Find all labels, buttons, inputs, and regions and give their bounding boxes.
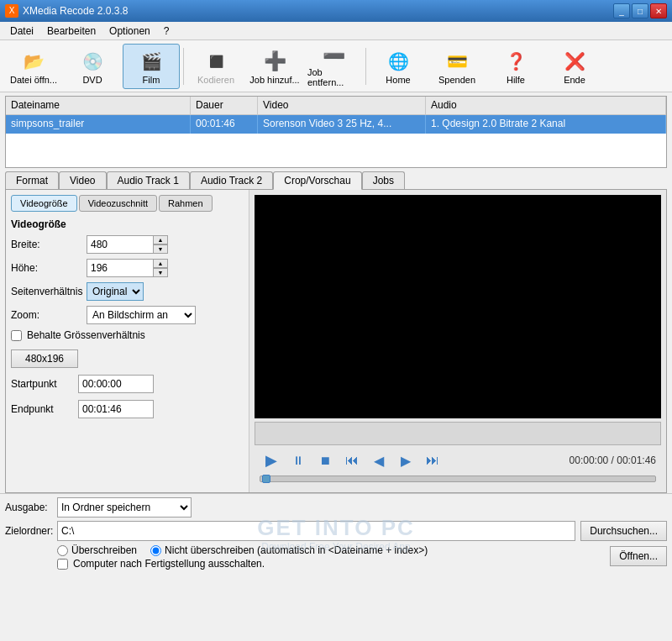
hohe-label: Höhe: xyxy=(11,262,87,274)
tab-audio-track-2[interactable]: Audio Track 2 xyxy=(190,171,273,189)
file-list: Dateiname Dauer Video Audio simpsons_tra… xyxy=(5,96,667,168)
toolbar-film[interactable]: 🎬 Film xyxy=(123,44,180,89)
pause-button[interactable]: ⏸ xyxy=(286,449,310,472)
breite-spin-down[interactable]: ▼ xyxy=(153,244,168,254)
col-dauer: Dauer xyxy=(191,97,258,114)
toolbar-spenden-label: Spenden xyxy=(438,75,475,85)
toolbar-datei-offn[interactable]: 📂 Datei öffn... xyxy=(5,44,62,89)
toolbar-datei-offn-label: Datei öffn... xyxy=(10,75,57,85)
startpunkt-input[interactable] xyxy=(78,375,154,393)
sub-tab-videozuschnitt[interactable]: Videozuschnitt xyxy=(79,195,157,212)
title-bar: X XMedia Recode 2.0.3.8 _ □ ✕ xyxy=(0,0,672,22)
toolbar-kodieren-label: Kodieren xyxy=(197,75,234,85)
toolbar-kodieren[interactable]: ⬛ Kodieren xyxy=(187,44,244,89)
durchsuchen-button[interactable]: Durchsuchen... xyxy=(580,521,667,541)
toolbar-job-entfern[interactable]: ➖ Job entfern... xyxy=(305,44,362,89)
col-audio: Audio xyxy=(426,97,666,114)
toolbar-sep-2 xyxy=(365,48,366,85)
table-row[interactable]: simpsons_trailer 00:01:46 Sorenson Video… xyxy=(6,115,666,134)
endpunkt-input[interactable] xyxy=(78,400,154,418)
toolbar-hilfe[interactable]: ❓ Hilfe xyxy=(487,44,544,89)
toolbar-job-hinzuf[interactable]: ➕ Job hinzuf... xyxy=(246,44,303,89)
toolbar-ende[interactable]: ❌ Ende xyxy=(546,44,603,89)
menu-optionen[interactable]: Optionen xyxy=(102,24,157,39)
toolbar-spenden[interactable]: 💳 Spenden xyxy=(428,44,486,89)
computer-ausschalten-checkbox[interactable] xyxy=(57,559,68,570)
seitenverh-select[interactable]: Original 4:3 16:9 xyxy=(87,282,144,301)
size-button[interactable]: 480x196 xyxy=(11,349,78,368)
cell-filename: simpsons_trailer xyxy=(6,115,191,134)
hohe-spin-up[interactable]: ▲ xyxy=(153,259,168,268)
video-preview xyxy=(255,195,661,418)
stop-button[interactable]: ⏹ xyxy=(313,449,337,472)
toolbar-hilfe-label: Hilfe xyxy=(507,75,525,85)
size-btn-container: 480x196 xyxy=(11,346,244,368)
dvd-icon: 💿 xyxy=(79,48,106,75)
tab-jobs[interactable]: Jobs xyxy=(362,171,405,189)
remove-job-icon: ➖ xyxy=(320,45,347,67)
breite-row: Breite: ▲ ▼ xyxy=(11,235,244,254)
breite-label: Breite: xyxy=(11,239,87,250)
seitenverh-label: Seitenverhältnis xyxy=(11,286,87,297)
sub-tab-bar: Videogröße Videozuschnitt Rahmen xyxy=(11,195,244,212)
tab-video[interactable]: Video xyxy=(59,171,106,189)
hohe-row: Höhe: ▲ ▼ xyxy=(11,259,244,277)
zielordner-input[interactable] xyxy=(57,521,575,541)
cell-duration: 00:01:46 xyxy=(191,115,258,134)
radio-nicht-uberschreiben-label: Nicht überschreiben (automatisch in <Dat… xyxy=(150,544,428,556)
frame-forward-button[interactable]: ▶ xyxy=(394,449,417,472)
tab-bar: Format Video Audio Track 1 Audio Track 2… xyxy=(5,171,667,189)
radio-uberschreiben[interactable] xyxy=(57,545,68,556)
radio-nicht-uberschreiben[interactable] xyxy=(150,545,161,556)
window-title: XMedia Recode 2.0.3.8 xyxy=(23,5,128,17)
behalte-row: Behalte Grössenverhältnis xyxy=(11,329,244,341)
progress-bar[interactable] xyxy=(260,475,656,482)
progress-bar-container xyxy=(255,475,661,487)
home-icon: 🌐 xyxy=(385,48,412,75)
zielordner-row: Zielordner: Durchsuchen... xyxy=(5,521,667,541)
menu-bar: Datei Bearbeiten Optionen ? xyxy=(0,22,672,40)
zoom-select[interactable]: An Bildschirm an 100% 75% xyxy=(87,306,196,324)
menu-bearbeiten[interactable]: Bearbeiten xyxy=(40,24,102,39)
cell-video: Sorenson Video 3 25 Hz, 4... xyxy=(258,115,426,134)
sub-tab-videogrosse[interactable]: Videogröße xyxy=(11,195,77,212)
behalte-checkbox[interactable] xyxy=(11,330,22,341)
group-label-videogrosse: Videogröße xyxy=(11,218,244,230)
controls-panel: Videogröße Videozuschnitt Rahmen Videogr… xyxy=(6,190,249,492)
film-icon: 🎬 xyxy=(138,48,165,75)
toolbar-home-label: Home xyxy=(386,75,410,85)
maximize-button[interactable]: □ xyxy=(632,3,648,18)
behalte-label: Behalte Grössenverhältnis xyxy=(27,329,145,341)
sub-tab-rahmen[interactable]: Rahmen xyxy=(159,195,213,212)
forward-to-end-button[interactable]: ⏭ xyxy=(421,449,444,472)
toolbar-film-label: Film xyxy=(143,75,160,85)
toolbar-ende-label: Ende xyxy=(564,75,585,85)
progress-thumb[interactable] xyxy=(262,475,270,483)
ausgabe-select[interactable]: In Ordner speichern Gleicher Ordner xyxy=(57,497,192,518)
rewind-to-start-button[interactable]: ⏮ xyxy=(340,449,364,472)
computer-ausschalten-label: Computer nach Fertigstellung ausschalten… xyxy=(73,558,265,570)
preview-bottom-bar xyxy=(255,422,661,445)
app-icon: X xyxy=(5,4,18,18)
tab-audio-track-1[interactable]: Audio Track 1 xyxy=(107,171,190,189)
frame-back-button[interactable]: ◀ xyxy=(367,449,391,472)
play-button[interactable]: ▶ xyxy=(260,449,283,472)
menu-help[interactable]: ? xyxy=(157,24,176,39)
tab-crop-vorschau[interactable]: Crop/Vorschau xyxy=(273,171,361,190)
kodieren-icon: ⬛ xyxy=(202,48,229,75)
menu-datei[interactable]: Datei xyxy=(3,24,40,39)
open-file-icon: 📂 xyxy=(20,48,47,75)
tab-format[interactable]: Format xyxy=(5,171,59,189)
toolbar-home[interactable]: 🌐 Home xyxy=(370,44,427,89)
hohe-input[interactable] xyxy=(87,259,154,277)
offnen-button[interactable]: Öffnen... xyxy=(610,546,667,566)
hohe-spin-down[interactable]: ▼ xyxy=(153,268,168,277)
breite-input[interactable] xyxy=(87,235,154,254)
toolbar-dvd[interactable]: 💿 DVD xyxy=(64,44,121,89)
ausgabe-row: Ausgabe: In Ordner speichern Gleicher Or… xyxy=(5,497,667,518)
col-dateiname: Dateiname xyxy=(6,97,191,114)
close-button[interactable]: ✕ xyxy=(650,3,667,18)
zoom-label: Zoom: xyxy=(11,309,87,321)
breite-spin-up[interactable]: ▲ xyxy=(153,235,168,244)
minimize-button[interactable]: _ xyxy=(613,3,630,18)
